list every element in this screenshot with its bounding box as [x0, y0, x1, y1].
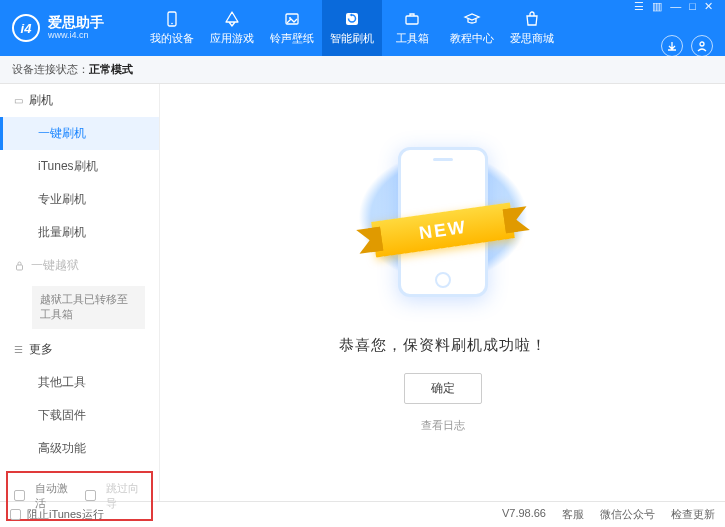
- window-controls: ☰ ▥ — □ ✕: [634, 0, 713, 13]
- jailbreak-note: 越狱工具已转移至工具箱: [32, 286, 145, 329]
- lock-icon: [14, 260, 25, 271]
- nav-flash[interactable]: 智能刷机: [322, 0, 382, 56]
- nav-my-device[interactable]: 我的设备: [142, 0, 202, 56]
- nav-store[interactable]: 爱思商城: [502, 0, 562, 56]
- skip-guide-label: 跳过向导: [106, 481, 146, 511]
- close-icon[interactable]: ✕: [704, 0, 713, 13]
- sidebar-item-advanced[interactable]: 高级功能: [0, 432, 159, 465]
- status-bar: 设备连接状态： 正常模式: [0, 56, 725, 84]
- tshirt-icon[interactable]: ▥: [652, 0, 662, 13]
- section-jailbreak: 一键越狱: [0, 249, 159, 282]
- ok-button[interactable]: 确定: [404, 373, 482, 404]
- top-nav: 我的设备 应用游戏 铃声壁纸 智能刷机 工具箱 教程中心 爱思商城: [142, 0, 562, 56]
- logo-icon: i4: [12, 14, 40, 42]
- footer-link-support[interactable]: 客服: [562, 507, 584, 522]
- toolbox-icon: [403, 10, 421, 28]
- section-more[interactable]: ☰ 更多: [0, 333, 159, 366]
- svg-rect-5: [406, 16, 418, 24]
- nav-toolbox[interactable]: 工具箱: [382, 0, 442, 56]
- skip-guide-checkbox[interactable]: [85, 490, 96, 501]
- svg-point-6: [700, 42, 704, 46]
- maximize-icon[interactable]: □: [689, 0, 696, 13]
- svg-point-1: [171, 23, 173, 25]
- menu-icon[interactable]: ☰: [634, 0, 644, 13]
- block-itunes-label: 阻止iTunes运行: [27, 507, 104, 522]
- auto-activate-checkbox[interactable]: [14, 490, 25, 501]
- view-log-link[interactable]: 查看日志: [421, 418, 465, 433]
- sidebar-item-oneclick[interactable]: 一键刷机: [0, 117, 159, 150]
- section-flash[interactable]: ▭ 刷机: [0, 84, 159, 117]
- minimize-icon[interactable]: —: [670, 0, 681, 13]
- status-prefix: 设备连接状态：: [12, 62, 89, 77]
- footer-link-update[interactable]: 检查更新: [671, 507, 715, 522]
- sidebar-item-itunes[interactable]: iTunes刷机: [0, 150, 159, 183]
- refresh-icon: [343, 10, 361, 28]
- app-url: www.i4.cn: [48, 31, 104, 41]
- titlebar: i4 爱思助手 www.i4.cn 我的设备 应用游戏 铃声壁纸 智能刷机 工具…: [0, 0, 725, 56]
- sidebar-item-other[interactable]: 其他工具: [0, 366, 159, 399]
- more-section-icon: ☰: [14, 344, 23, 355]
- sidebar-item-pro[interactable]: 专业刷机: [0, 183, 159, 216]
- footer-link-wechat[interactable]: 微信公众号: [600, 507, 655, 522]
- user-button[interactable]: [691, 35, 713, 57]
- success-message: 恭喜您，保资料刷机成功啦！: [339, 336, 547, 355]
- block-itunes-checkbox[interactable]: [10, 509, 21, 520]
- success-illustration: NEW: [373, 132, 513, 312]
- app-name: 爱思助手: [48, 15, 104, 30]
- download-button[interactable]: [661, 35, 683, 57]
- nav-tutorials[interactable]: 教程中心: [442, 0, 502, 56]
- svg-rect-7: [17, 265, 23, 270]
- store-icon: [523, 10, 541, 28]
- title-right: ☰ ▥ — □ ✕: [634, 0, 713, 57]
- sidebar-item-batch[interactable]: 批量刷机: [0, 216, 159, 249]
- cap-icon: [463, 10, 481, 28]
- flash-section-icon: ▭: [14, 95, 23, 106]
- content-area: NEW 恭喜您，保资料刷机成功啦！ 确定 查看日志: [160, 84, 725, 501]
- app-logo: i4 爱思助手 www.i4.cn: [12, 14, 142, 42]
- nav-ringtones[interactable]: 铃声壁纸: [262, 0, 322, 56]
- nav-apps[interactable]: 应用游戏: [202, 0, 262, 56]
- status-value: 正常模式: [89, 62, 133, 77]
- device-icon: [163, 10, 181, 28]
- image-icon: [283, 10, 301, 28]
- sidebar-item-download-fw[interactable]: 下载固件: [0, 399, 159, 432]
- version-text: V7.98.66: [502, 507, 546, 522]
- sidebar: ▭ 刷机 一键刷机 iTunes刷机 专业刷机 批量刷机 一键越狱 越狱工具已转…: [0, 84, 160, 501]
- apps-icon: [223, 10, 241, 28]
